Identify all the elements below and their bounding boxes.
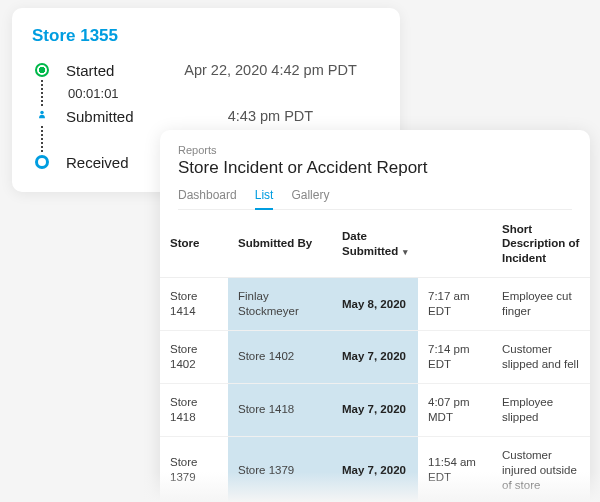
table-row[interactable]: Store 1402Store 1402May 7, 20207:14 pm E… — [160, 331, 590, 384]
svg-point-0 — [40, 111, 44, 115]
cell-date: May 7, 2020 — [332, 331, 418, 384]
cell-description: Employee slipped — [492, 383, 590, 436]
table-row[interactable]: Store 1414Finlay StockmeyerMay 8, 20207:… — [160, 278, 590, 331]
col-header-description[interactable]: Short Description of Incident — [492, 210, 590, 278]
cell-description: Employee cut finger — [492, 278, 590, 331]
cell-time: 4:07 pm MDT — [418, 383, 492, 436]
cell-time: 11:54 am EDT — [418, 436, 492, 502]
cell-date: May 8, 2020 — [332, 278, 418, 331]
cell-submitted-by: Store 1402 — [228, 331, 332, 384]
breadcrumb[interactable]: Reports — [178, 144, 572, 156]
cell-description: Customer slipped and fell — [492, 331, 590, 384]
col-header-submitted-by[interactable]: Submitted By — [228, 210, 332, 278]
cell-description: Customer injured outside of store — [492, 436, 590, 502]
report-table: Store Submitted By Date Submitted ▾ Shor… — [160, 210, 590, 502]
cell-store: Store 1418 — [160, 383, 228, 436]
step-label: Started — [66, 62, 161, 79]
step-label: Received — [66, 154, 161, 171]
store-title: Store 1355 — [32, 26, 380, 46]
cell-store: Store 1414 — [160, 278, 228, 331]
timeline-connector: 00:01:01 — [41, 80, 380, 106]
table-row[interactable]: Store 1379Store 1379May 7, 202011:54 am … — [160, 436, 590, 502]
tab-gallery[interactable]: Gallery — [291, 188, 329, 209]
cell-submitted-by: Store 1418 — [228, 383, 332, 436]
received-icon — [32, 152, 52, 172]
report-tabs: Dashboard List Gallery — [178, 188, 572, 210]
page-title: Store Incident or Accident Report — [178, 158, 572, 178]
cell-submitted-by: Store 1379 — [228, 436, 332, 502]
started-icon — [32, 60, 52, 80]
table-header-row: Store Submitted By Date Submitted ▾ Shor… — [160, 210, 590, 278]
timeline-step-submitted: Submitted 4:43 pm PDT — [32, 106, 380, 126]
report-card: Reports Store Incident or Accident Repor… — [160, 130, 590, 502]
cell-submitted-by: Finlay Stockmeyer — [228, 278, 332, 331]
col-header-store[interactable]: Store — [160, 210, 228, 278]
col-header-time — [418, 210, 492, 278]
cell-store: Store 1402 — [160, 331, 228, 384]
submitted-icon — [32, 106, 52, 126]
table-row[interactable]: Store 1418Store 1418May 7, 20204:07 pm M… — [160, 383, 590, 436]
cell-time: 7:17 am EDT — [418, 278, 492, 331]
report-header: Reports Store Incident or Accident Repor… — [160, 130, 590, 210]
col-header-date-label: Date Submitted — [342, 230, 398, 256]
tab-list[interactable]: List — [255, 188, 274, 210]
step-time: 4:43 pm PDT — [161, 108, 380, 124]
tab-dashboard[interactable]: Dashboard — [178, 188, 237, 209]
cell-date: May 7, 2020 — [332, 436, 418, 502]
timeline-step-started: Started Apr 22, 2020 4:42 pm PDT — [32, 60, 380, 80]
cell-store: Store 1379 — [160, 436, 228, 502]
timeline-duration: 00:01:01 — [43, 86, 119, 101]
chevron-down-icon: ▾ — [401, 247, 408, 257]
step-time: Apr 22, 2020 4:42 pm PDT — [161, 62, 380, 78]
cell-date: May 7, 2020 — [332, 383, 418, 436]
col-header-date[interactable]: Date Submitted ▾ — [332, 210, 418, 278]
step-label: Submitted — [66, 108, 161, 125]
cell-time: 7:14 pm EDT — [418, 331, 492, 384]
